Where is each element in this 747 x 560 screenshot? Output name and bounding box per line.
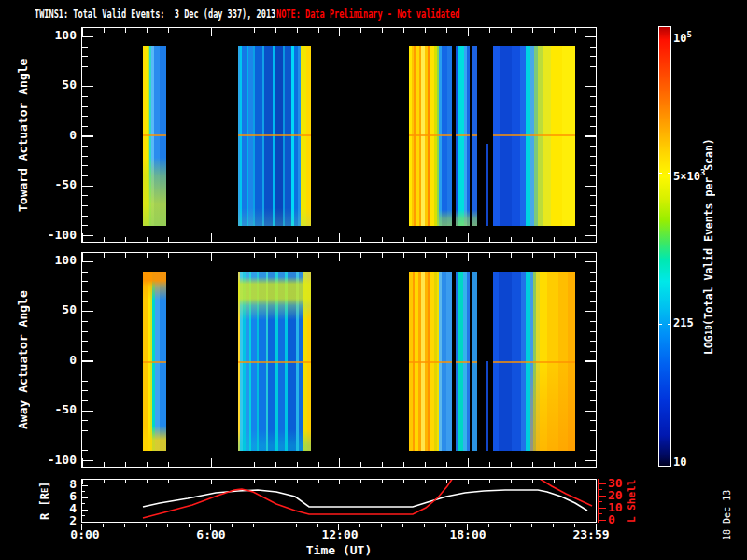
tick-marks (82, 261, 93, 461)
tick-marks (82, 261, 88, 462)
data-band (493, 46, 526, 226)
data-band (238, 272, 311, 451)
y-tick-label: -50 (45, 178, 77, 191)
r-re-curve (143, 490, 587, 511)
colorbar-axis-label: LOG10(Total Valid Events per Scan) (700, 26, 717, 467)
plot-window: TWINS1: Total Valid Events: 3 Dec (day 3… (0, 0, 747, 560)
tick-marks (599, 483, 602, 522)
y-tick-label: -100 (45, 454, 77, 467)
ephemeris-panel (81, 479, 597, 523)
away-panel (81, 252, 597, 468)
data-band (143, 46, 166, 226)
tick-marks (82, 458, 596, 467)
tick-marks (82, 253, 596, 261)
date-stamp: 18 Dec 13 (720, 478, 733, 553)
toward-panel (81, 27, 597, 243)
data-band (472, 46, 477, 226)
data-band (456, 46, 470, 226)
plot-title: TWINS1: Total Valid Events: 3 Dec (day 3… (35, 7, 275, 21)
x-tick-label: 23:59 (563, 527, 619, 541)
y-tick-label: 0 (45, 354, 77, 367)
data-band (143, 272, 166, 451)
data-band (486, 361, 488, 451)
y-tick-label: 100 (45, 254, 77, 267)
tick-marks (82, 237, 596, 242)
tick-marks (82, 36, 93, 236)
colorbar-tick (658, 324, 671, 325)
l-shell-axis-label: L Shell (624, 479, 639, 523)
ephemeris-curves (82, 480, 597, 523)
colorbar-tick-label: 215 (673, 317, 694, 329)
x-axis-label: Time (UT) (292, 543, 386, 557)
data-band (409, 272, 437, 451)
r-axis-label: R [RE] (37, 479, 52, 523)
tick-marks (585, 261, 596, 461)
x-tick-label: 18:00 (440, 527, 496, 541)
colorbar-tick-label: 105 (673, 29, 692, 44)
tick-marks (590, 36, 596, 237)
away-axis-label: Away Actuator Angle (13, 252, 32, 468)
data-band (472, 272, 477, 451)
r-tick-label: 2 (52, 514, 77, 526)
tick-marks (585, 36, 596, 236)
y-tick-label: 50 (45, 303, 77, 316)
data-band (437, 272, 452, 451)
colorbar (658, 26, 671, 467)
tick-marks (82, 462, 596, 467)
toward-axis-label: Toward Actuator Angle (13, 27, 32, 243)
colorbar-tick-label: 10 (673, 456, 686, 468)
data-band (486, 144, 488, 226)
tick-marks (82, 253, 596, 258)
y-tick-label: -50 (45, 403, 77, 416)
x-tick-label: 6:00 (183, 527, 239, 541)
y-tick-label: 100 (45, 29, 77, 42)
tick-marks (82, 28, 596, 36)
y-tick-label: 0 (45, 129, 77, 142)
x-tick-label: 12:00 (312, 527, 368, 541)
data-band (409, 46, 437, 226)
tick-marks (82, 28, 596, 33)
data-band (437, 46, 452, 226)
l-shell-curve-reentry (540, 480, 592, 506)
tick-marks (82, 233, 596, 242)
data-band (456, 272, 470, 451)
tick-marks (82, 36, 88, 237)
x-tick-label: 0:00 (57, 527, 113, 541)
y-tick-label: 50 (45, 78, 77, 91)
preliminary-note: NOTE: Data Preliminary - Not validated (276, 7, 459, 21)
data-band (493, 272, 526, 451)
data-band (530, 46, 575, 226)
y-tick-label: -100 (45, 229, 77, 242)
data-band (238, 46, 311, 226)
tick-marks (590, 261, 596, 462)
colorbar-tick (658, 173, 671, 174)
data-band (530, 272, 575, 451)
